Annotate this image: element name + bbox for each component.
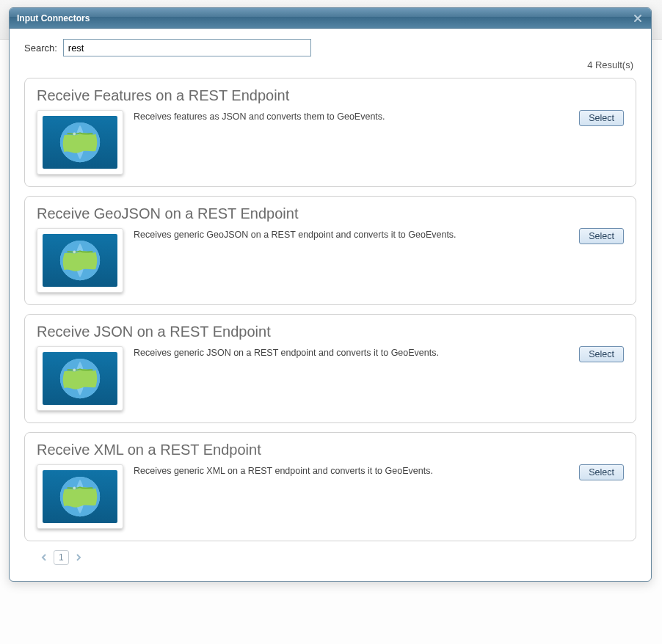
search-row: Search:: [24, 39, 636, 56]
select-button[interactable]: Select: [579, 228, 624, 244]
connector-title: Receive XML on a REST Endpoint: [37, 442, 624, 458]
pager-page-current[interactable]: 1: [54, 550, 69, 565]
connector-card: Receive Features on a REST Endpoint Rece…: [24, 78, 636, 187]
pager: 1: [39, 550, 636, 565]
connector-description: Receives generic GeoJSON on a REST endpo…: [134, 228, 569, 240]
connector-title: Receive JSON on a REST Endpoint: [37, 323, 624, 340]
dialog-titlebar: Input Connectors: [10, 8, 651, 29]
select-button[interactable]: Select: [579, 346, 624, 362]
svg-point-7: [73, 486, 76, 489]
globe-thumbnail-icon: [37, 346, 123, 411]
globe-thumbnail-icon: [37, 110, 123, 175]
dialog-title: Input Connectors: [17, 13, 90, 23]
connector-card: Receive JSON on a REST Endpoint Receives…: [24, 314, 636, 423]
connector-title: Receive GeoJSON on a REST Endpoint: [37, 205, 624, 222]
connector-title: Receive Features on a REST Endpoint: [37, 87, 624, 104]
svg-point-1: [73, 132, 76, 135]
globe-thumbnail-icon: [37, 228, 123, 293]
pager-prev-icon[interactable]: [39, 552, 49, 563]
connector-description: Receives features as JSON and converts t…: [134, 110, 569, 122]
result-count: 4 Result(s): [24, 59, 633, 70]
input-connectors-dialog: Input Connectors Search: 4 Result(s) Rec…: [9, 7, 652, 582]
close-icon[interactable]: [632, 12, 644, 24]
search-label: Search:: [24, 43, 57, 54]
svg-point-3: [73, 250, 76, 253]
select-button[interactable]: Select: [579, 110, 624, 126]
select-button[interactable]: Select: [579, 464, 624, 480]
connector-description: Receives generic XML on a REST endpoint …: [134, 464, 569, 476]
connector-card: Receive GeoJSON on a REST Endpoint Recei…: [24, 196, 636, 305]
search-input[interactable]: [63, 39, 311, 56]
dialog-body: Search: 4 Result(s) Receive Features on …: [10, 29, 651, 581]
svg-point-5: [73, 368, 76, 371]
pager-next-icon[interactable]: [73, 552, 84, 563]
connector-card: Receive XML on a REST Endpoint Receives …: [24, 432, 636, 541]
globe-thumbnail-icon: [37, 464, 123, 529]
connector-description: Receives generic JSON on a REST endpoint…: [134, 346, 569, 358]
